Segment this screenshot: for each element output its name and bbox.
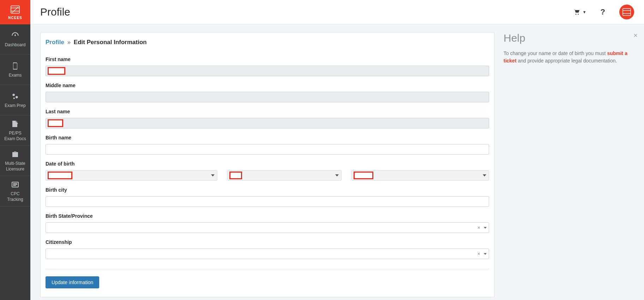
caret-down-icon xyxy=(484,227,487,229)
ncees-logo-icon xyxy=(10,5,20,14)
caret-down-icon xyxy=(484,253,487,255)
divider xyxy=(46,269,489,269)
label-dob: Date of birth xyxy=(46,161,489,167)
brand-text: NCEES xyxy=(8,16,22,20)
nav-exams[interactable]: Exams xyxy=(0,55,30,85)
help-panel: × Help To change your name or date of bi… xyxy=(499,24,644,300)
label-middle-name: Middle name xyxy=(46,83,489,88)
svg-rect-7 xyxy=(623,8,631,16)
dob-month-select xyxy=(46,170,217,181)
clear-icon[interactable]: × xyxy=(477,251,480,257)
label-birth-name: Birth name xyxy=(46,135,489,140)
breadcrumb-current: Edit Personal Information xyxy=(74,39,147,46)
nav-cpc-tracking[interactable]: CPC Tracking xyxy=(0,176,30,206)
svg-point-3 xyxy=(13,97,15,99)
nav-multistate[interactable]: Multi-State Licensure xyxy=(0,146,30,176)
topbar: Profile ▼ ? xyxy=(30,0,644,24)
nav-dashboard[interactable]: Dashboard xyxy=(0,24,30,55)
list-icon xyxy=(11,180,20,189)
last-name-input xyxy=(46,118,489,128)
svg-point-2 xyxy=(16,96,18,98)
sidebar: NCEES Dashboard Exams Exam Prep PE/PS Ex xyxy=(0,0,30,300)
user-avatar[interactable] xyxy=(619,5,634,19)
cart-icon xyxy=(573,8,580,16)
breadcrumb: Profile » Edit Personal Information xyxy=(41,32,494,50)
birth-city-input[interactable] xyxy=(46,196,489,207)
label-citizenship: Citizenship xyxy=(46,239,489,245)
cart-button[interactable]: ▼ xyxy=(573,8,586,16)
dob-day-select xyxy=(227,170,342,181)
citizenship-select[interactable]: × xyxy=(46,248,489,259)
avatar-icon xyxy=(622,7,632,17)
label-birth-city: Birth city xyxy=(46,187,489,193)
svg-point-1 xyxy=(12,94,15,96)
close-icon[interactable]: × xyxy=(633,31,638,40)
svg-point-5 xyxy=(575,14,576,15)
nav-exam-prep[interactable]: Exam Prep xyxy=(0,85,30,115)
breadcrumb-profile-link[interactable]: Profile xyxy=(46,39,64,46)
brand-logo[interactable]: NCEES xyxy=(0,0,30,24)
nav-exam-docs[interactable]: PE/PS Exam Docs xyxy=(0,115,30,146)
label-last-name: Last name xyxy=(46,109,489,114)
update-information-button[interactable]: Update information xyxy=(46,276,99,288)
label-first-name: First name xyxy=(46,56,489,62)
profile-form-card: Profile » Edit Personal Information Firs… xyxy=(40,32,494,297)
dob-year-select xyxy=(351,170,489,181)
birth-name-input[interactable] xyxy=(46,144,489,155)
middle-name-input xyxy=(46,92,489,102)
help-body: To change your name or date of birth you… xyxy=(504,50,638,65)
caret-down-icon: ▼ xyxy=(583,10,586,14)
svg-point-6 xyxy=(578,14,579,15)
exams-icon xyxy=(11,61,20,71)
clear-icon[interactable]: × xyxy=(477,225,480,230)
label-birth-state: Birth State/Province xyxy=(46,213,489,219)
help-button[interactable]: ? xyxy=(601,7,605,17)
document-edit-icon xyxy=(11,119,20,128)
briefcase-icon xyxy=(11,150,20,159)
birth-state-select[interactable]: × xyxy=(46,222,489,233)
page-title: Profile xyxy=(40,6,573,18)
dashboard-icon xyxy=(11,31,20,40)
first-name-input xyxy=(46,66,489,76)
help-title: Help xyxy=(504,32,638,44)
gears-icon xyxy=(11,92,20,101)
